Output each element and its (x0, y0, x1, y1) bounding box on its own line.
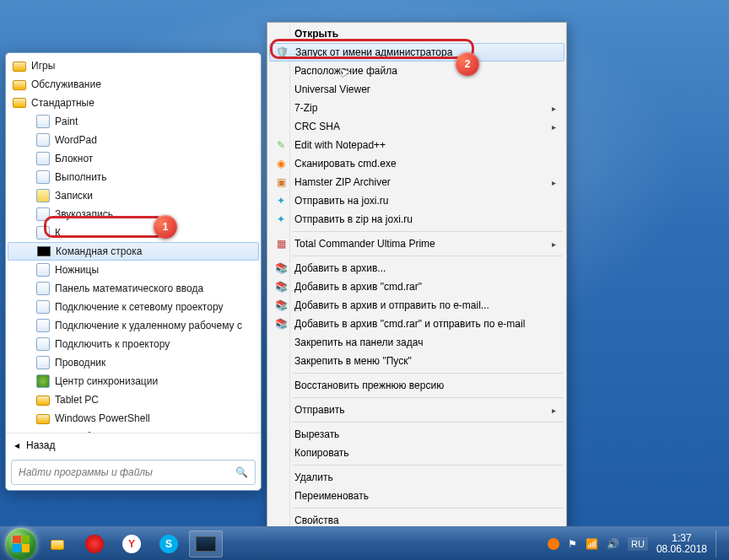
ctx-restore[interactable]: Восстановить прежнюю версию (269, 376, 564, 395)
start-button[interactable] (5, 528, 37, 560)
ctx-scan[interactable]: ◉Сканировать cmd.exe (269, 154, 564, 173)
ctx-delete[interactable]: Удалить (269, 468, 564, 487)
folder-icon (36, 393, 50, 407)
tray-flag-icon[interactable]: ⚑ (568, 538, 577, 550)
ctx-7zip[interactable]: 7-Zip (269, 99, 564, 117)
ctx-notepadpp[interactable]: ✎Edit with Notepad++ (269, 136, 564, 154)
rar-icon: 📚 (274, 299, 288, 312)
language-indicator[interactable]: RU (628, 537, 648, 551)
ctx-joxi-zip[interactable]: ✦Отправить в zip на joxi.ru (269, 210, 564, 229)
label: Universal Viewer (294, 83, 370, 95)
app-netproj[interactable]: Подключение к сетевому проектору (8, 298, 259, 316)
tray-volume-icon[interactable]: 🔊 (607, 538, 619, 550)
ctx-add-archive[interactable]: 📚Добавить в архив... (269, 259, 564, 277)
task-app[interactable] (189, 530, 223, 557)
explorer-icon (36, 356, 50, 369)
label: Paint (55, 116, 78, 127)
show-desktop[interactable] (716, 530, 724, 557)
generic-icon (36, 226, 50, 240)
app-truncated[interactable]: К (8, 223, 259, 242)
ctx-sendto[interactable]: Отправить (269, 401, 564, 419)
app-rdp[interactable]: Подключение к удаленному рабочему с (8, 316, 259, 335)
tray-avast-icon[interactable] (548, 538, 559, 550)
annotation-badge-1: 1 (154, 215, 177, 239)
search-input[interactable]: Найти программы и файлы🔍 (11, 460, 256, 485)
label: Открыть (294, 28, 338, 40)
app-notepad[interactable]: Блокнот (8, 149, 259, 168)
label: WordPad (55, 134, 97, 146)
label: Панель математического ввода (55, 283, 203, 294)
app-proj[interactable]: Подключить к проектору (8, 335, 259, 353)
opera-icon (85, 535, 104, 553)
app-paint[interactable]: Paint (8, 112, 259, 131)
ctx-cut[interactable]: Вырезать (269, 425, 564, 444)
back-button[interactable]: ◂Назад (6, 433, 261, 456)
ctx-crc-sha[interactable]: CRC SHA (269, 117, 564, 136)
app-soundrec[interactable]: Звукозапись (8, 205, 259, 223)
label: Добавить в архив "cmd.rar" и отправить п… (294, 318, 525, 330)
label: Командная строка (56, 245, 142, 257)
joxi-icon: ✦ (274, 213, 288, 226)
task-skype[interactable]: S (152, 530, 186, 557)
label: Удалить (294, 471, 333, 483)
ctx-add-cmdrar[interactable]: 📚Добавить в архив "cmd.rar" (269, 277, 564, 296)
ctx-pin-start[interactable]: Закрепить в меню "Пуск" (269, 352, 564, 370)
task-opera[interactable] (78, 530, 111, 557)
label: Вырезать (294, 428, 339, 440)
app-wordpad[interactable]: WordPad (8, 131, 259, 149)
app-sync[interactable]: Центр синхронизации (8, 372, 259, 390)
app-cmd[interactable]: Командная строка (8, 242, 259, 261)
label: Проводник (55, 357, 105, 369)
ctx-rename[interactable]: Переименовать (269, 487, 564, 505)
label: Отправить (294, 404, 345, 416)
wordpad-icon (36, 133, 50, 147)
tray-network-icon[interactable]: 📶 (586, 538, 598, 550)
app-math[interactable]: Панель математического ввода (8, 279, 259, 298)
label: 7-Zip (294, 102, 317, 114)
folder-maintenance[interactable]: Обслуживание (8, 75, 259, 94)
sync-icon (36, 374, 50, 388)
ctx-cmdrar-email[interactable]: 📚Добавить в архив "cmd.rar" и отправить … (269, 315, 564, 333)
context-menu: Открыть 🛡️Запуск от имени администратора… (267, 22, 567, 532)
task-explorer[interactable] (40, 530, 74, 557)
yandex-icon: Y (122, 535, 141, 553)
app-run[interactable]: Выполнить (8, 168, 259, 186)
ctx-universal-viewer[interactable]: Universal Viewer (269, 80, 564, 99)
separator (293, 508, 563, 509)
label: Звукозапись (55, 208, 113, 220)
folder-tabletpc[interactable]: Tablet PC (8, 390, 259, 409)
sticky-icon (36, 189, 50, 202)
ctx-run-as-admin[interactable]: 🛡️Запуск от имени администратора (269, 43, 564, 62)
paint-icon (36, 115, 50, 128)
label: Блокнот (55, 153, 93, 164)
app-sticky[interactable]: Записки (8, 186, 259, 205)
folder-accessories[interactable]: Стандартные (8, 94, 259, 112)
ctx-hamster[interactable]: ▣Hamster ZIP Archiver (269, 173, 564, 191)
label: Ножницы (55, 264, 99, 276)
cmd-icon (37, 245, 51, 258)
label: Назад (26, 439, 55, 451)
folder-powershell[interactable]: Windows PowerShell (8, 409, 259, 428)
label: Центр синхронизации (55, 375, 158, 387)
ctx-joxi[interactable]: ✦Отправить на joxi.ru (269, 191, 564, 210)
ctx-open-location[interactable]: Расположение файла (269, 62, 564, 80)
ctx-open[interactable]: Открыть (269, 24, 564, 43)
label: Расположение файла (294, 65, 397, 77)
date: 08.06.2018 (656, 544, 707, 555)
app-explorer[interactable]: Проводник (8, 353, 259, 372)
folder-games[interactable]: Игры (8, 57, 259, 75)
ctx-archive-email[interactable]: 📚Добавить в архив и отправить по e-mail.… (269, 296, 564, 315)
label: Переименовать (294, 490, 369, 502)
clock[interactable]: 1:37 08.06.2018 (656, 533, 707, 555)
label: Свойства (294, 514, 339, 526)
annotation-badge-2: 2 (456, 52, 479, 76)
joxi-icon: ✦ (274, 194, 288, 207)
separator (293, 256, 563, 256)
task-yandex[interactable]: Y (115, 530, 148, 557)
label: Tablet PC (55, 394, 99, 406)
ctx-pin-taskbar[interactable]: Закрепить на панели задач (269, 333, 564, 352)
app-snip[interactable]: Ножницы (8, 261, 259, 279)
label: Подключить к проектору (55, 338, 170, 350)
ctx-copy[interactable]: Копировать (269, 444, 564, 462)
ctx-tc[interactable]: ▦Total Commander Ultima Prime (269, 234, 564, 253)
